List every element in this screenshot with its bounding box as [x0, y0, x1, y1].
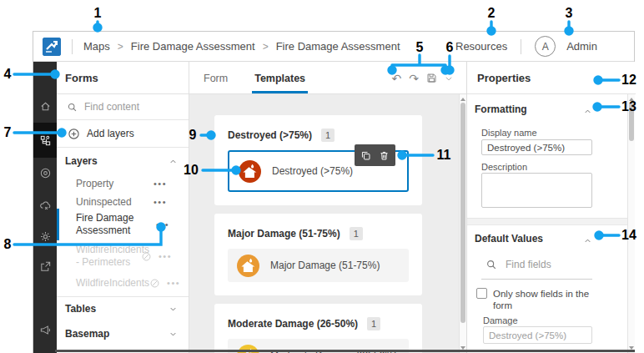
search-placeholder: Find content	[84, 101, 139, 113]
callout-11: 11	[437, 149, 451, 162]
template-group-moderate: Moderate Damage (26-50%) 1 Moderate Dama…	[214, 304, 422, 353]
add-layers-label: Add layers	[87, 128, 134, 139]
share-icon[interactable]	[33, 254, 57, 279]
chevron-up-icon	[583, 107, 592, 116]
description-textarea[interactable]	[481, 173, 592, 208]
forms-icon[interactable]	[33, 128, 57, 153]
callout-8: 8	[4, 238, 12, 251]
collapse-icon[interactable]: »	[33, 347, 57, 353]
ellipsis-menu-icon[interactable]	[158, 251, 172, 261]
layer-label: Fire Damage Assessment	[76, 212, 156, 237]
only-show-fields-checkbox-row[interactable]: Only show fields in the form	[476, 288, 593, 311]
circle-plus-icon	[68, 128, 80, 140]
tab-bar: Form Templates ↶ ↷	[189, 62, 466, 94]
callout-7: 7	[4, 126, 12, 139]
user-menu[interactable]: Admin	[566, 40, 597, 53]
collapse-section-button[interactable]	[583, 104, 592, 119]
trash-icon[interactable]	[379, 150, 390, 161]
geofences-icon[interactable]	[33, 160, 57, 185]
layer-item-property[interactable]: Property	[57, 174, 189, 193]
default-values-section-title: Default Values	[475, 233, 543, 245]
ellipsis-menu-icon[interactable]	[156, 219, 169, 229]
damage-field-input[interactable]	[483, 326, 592, 344]
scroll-up-arrow-icon[interactable]	[460, 98, 465, 101]
template-group-title: Major Damage (51-75%)	[228, 228, 340, 240]
app-header: Maps > Fire Damage Assessment > Fire Dam…	[33, 32, 634, 62]
callout-1: 1	[94, 7, 102, 20]
field-maps-logo-icon	[43, 38, 61, 56]
chevron-down-icon[interactable]	[445, 74, 453, 83]
settings-gear-icon[interactable]	[33, 224, 57, 249]
display-name-input[interactable]	[481, 139, 592, 155]
layer-item-wildfire-perimeters[interactable]: WildfireIncidents - Perimeters	[57, 240, 189, 272]
display-name-label: Display name	[481, 128, 537, 138]
layer-item-fire-damage-assessment[interactable]: Fire Damage Assessment	[57, 209, 189, 240]
template-card-label: Destroyed (>75%)	[272, 165, 353, 177]
undo-icon[interactable]: ↶	[392, 73, 402, 84]
header-divider	[72, 39, 73, 54]
tab-templates[interactable]: Templates	[252, 73, 308, 93]
callout-12: 12	[621, 73, 636, 87]
screenshot-stage: Maps > Fire Damage Assessment > Fire Dam…	[0, 0, 644, 353]
layer-label: Property	[76, 178, 153, 190]
layers-section-header[interactable]: Layers	[57, 148, 189, 174]
find-content-search[interactable]: Find content	[57, 94, 189, 120]
checkbox-label: Only show fields in the form	[493, 288, 593, 311]
card-action-toolbar	[355, 144, 395, 166]
layer-label: WildfireIncidents - Perimeters	[76, 244, 141, 269]
destroyed-house-icon	[239, 160, 261, 183]
major-damage-house-icon	[237, 255, 259, 277]
properties-panel: Properties Formatting Display name Descr…	[466, 62, 636, 353]
chevron-down-icon	[169, 305, 178, 314]
resources-link[interactable]: Resources	[455, 40, 507, 53]
tables-section-label: Tables	[65, 303, 96, 315]
checkbox-unchecked[interactable]	[476, 288, 487, 299]
callout-13: 13	[621, 100, 636, 113]
duplicate-icon[interactable]	[360, 150, 371, 161]
templates-scrollbar	[459, 94, 466, 353]
header-divider	[521, 39, 521, 54]
announcement-icon[interactable]	[33, 317, 57, 342]
callout-2: 2	[488, 7, 496, 20]
not-visible-icon	[141, 251, 152, 262]
templates-panel: Form Templates ↶ ↷ Destroyed (>75%) 1	[189, 62, 466, 353]
not-visible-icon	[149, 278, 160, 289]
template-card-major[interactable]: Major Damage (51-75%)	[228, 249, 409, 282]
template-count-badge: 1	[321, 129, 335, 142]
redo-icon[interactable]: ↷	[409, 73, 419, 84]
basemap-section-header[interactable]: Basemap	[57, 321, 189, 346]
tab-form[interactable]: Form	[201, 73, 230, 93]
ellipsis-menu-icon[interactable]	[153, 197, 167, 207]
layer-item-wildfire-incidents[interactable]: WildfireIncidents	[57, 272, 189, 294]
breadcrumb-maps[interactable]: Maps	[83, 40, 110, 53]
add-layers-button[interactable]: Add layers	[57, 120, 189, 148]
search-icon	[67, 102, 78, 113]
template-group-title: Moderate Damage (26-50%)	[228, 318, 358, 330]
tables-section-header[interactable]: Tables	[57, 296, 189, 321]
find-fields-search[interactable]: Find fields	[486, 259, 551, 270]
breadcrumb-form-name: Fire Damage Assessment	[276, 40, 400, 53]
search-icon	[486, 259, 497, 270]
breadcrumb-map-name[interactable]: Fire Damage Assessment	[131, 40, 255, 53]
search-placeholder: Find fields	[506, 259, 551, 270]
callout-9: 9	[189, 129, 197, 142]
user-avatar[interactable]: A	[535, 36, 556, 57]
callout-6: 6	[446, 41, 454, 54]
description-label: Description	[481, 162, 527, 172]
collapse-section-button[interactable]	[583, 234, 592, 249]
save-icon[interactable]	[426, 73, 437, 83]
ellipsis-menu-icon[interactable]	[153, 179, 167, 189]
offline-cloud-icon[interactable]	[33, 193, 57, 218]
damage-field-label: Damage	[483, 315, 518, 325]
template-card-label: Major Damage (51-75%)	[270, 260, 380, 271]
ellipsis-menu-icon[interactable]	[167, 278, 180, 288]
home-icon[interactable]	[33, 93, 57, 119]
callout-5: 5	[416, 41, 424, 54]
template-group-major: Major Damage (51-75%) 1 Major Damage (51…	[214, 214, 422, 295]
scrollbar-thumb[interactable]	[460, 103, 465, 323]
chevron-up-icon	[583, 236, 592, 245]
search-underline	[481, 279, 592, 280]
callout-4: 4	[4, 68, 12, 81]
properties-scrollbar	[627, 94, 635, 353]
templates-list: Destroyed (>75%) 1 Destroyed (>75%) M	[189, 94, 459, 353]
